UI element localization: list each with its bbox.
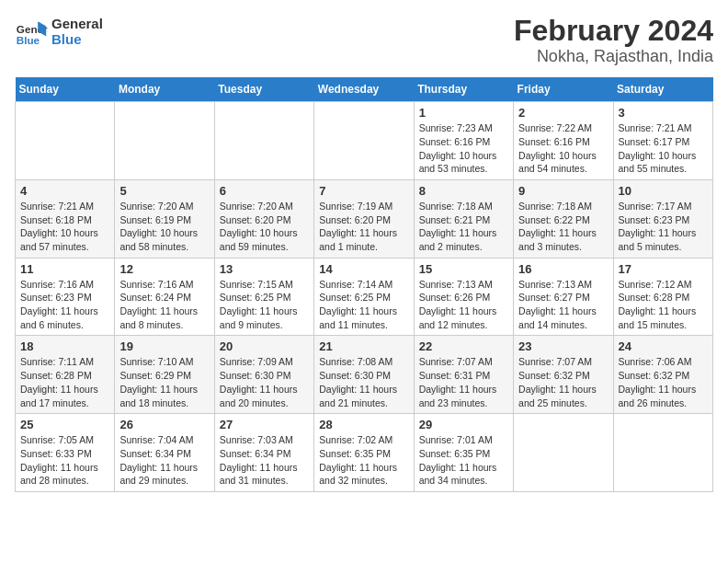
column-header-wednesday: Wednesday [314, 77, 414, 102]
day-number: 17 [619, 262, 708, 276]
day-info: Sunrise: 7:18 AM Sunset: 6:21 PM Dayligh… [419, 200, 508, 254]
day-info: Sunrise: 7:16 AM Sunset: 6:23 PM Dayligh… [20, 278, 109, 332]
calendar-cell [613, 414, 712, 492]
day-number: 12 [119, 262, 209, 276]
day-number: 10 [619, 184, 708, 198]
calendar-cell: 28Sunrise: 7:02 AM Sunset: 6:35 PM Dayli… [314, 414, 414, 492]
column-header-tuesday: Tuesday [214, 77, 313, 102]
calendar-cell: 15Sunrise: 7:13 AM Sunset: 6:26 PM Dayli… [414, 258, 513, 336]
day-number: 9 [518, 184, 608, 198]
day-number: 2 [518, 106, 608, 120]
day-number: 22 [419, 339, 508, 353]
svg-text:Blue: Blue [17, 34, 40, 46]
calendar-cell: 5Sunrise: 7:20 AM Sunset: 6:19 PM Daylig… [115, 179, 214, 258]
day-number: 8 [419, 184, 508, 198]
week-row-4: 18Sunrise: 7:11 AM Sunset: 6:28 PM Dayli… [16, 336, 713, 414]
calendar-cell: 16Sunrise: 7:13 AM Sunset: 6:27 PM Dayli… [514, 258, 613, 336]
logo-blue: Blue [51, 31, 103, 47]
day-number: 5 [119, 184, 209, 198]
day-info: Sunrise: 7:16 AM Sunset: 6:24 PM Dayligh… [119, 278, 209, 332]
calendar-cell: 27Sunrise: 7:03 AM Sunset: 6:34 PM Dayli… [214, 414, 313, 492]
calendar-cell: 17Sunrise: 7:12 AM Sunset: 6:28 PM Dayli… [613, 258, 712, 336]
calendar-cell: 7Sunrise: 7:19 AM Sunset: 6:20 PM Daylig… [314, 179, 414, 258]
column-header-sunday: Sunday [16, 77, 115, 102]
calendar-cell: 21Sunrise: 7:08 AM Sunset: 6:30 PM Dayli… [314, 336, 414, 414]
day-number: 26 [119, 418, 209, 431]
day-info: Sunrise: 7:13 AM Sunset: 6:26 PM Dayligh… [419, 278, 508, 332]
day-info: Sunrise: 7:05 AM Sunset: 6:33 PM Dayligh… [20, 433, 109, 488]
day-info: Sunrise: 7:22 AM Sunset: 6:16 PM Dayligh… [518, 121, 608, 176]
calendar-cell: 11Sunrise: 7:16 AM Sunset: 6:23 PM Dayli… [16, 258, 115, 336]
calendar-cell: 25Sunrise: 7:05 AM Sunset: 6:33 PM Dayli… [16, 414, 115, 492]
calendar-header-row: SundayMondayTuesdayWednesdayThursdayFrid… [16, 77, 713, 102]
day-info: Sunrise: 7:12 AM Sunset: 6:28 PM Dayligh… [619, 278, 708, 332]
week-row-3: 11Sunrise: 7:16 AM Sunset: 6:23 PM Dayli… [16, 258, 713, 336]
day-number: 16 [518, 262, 608, 276]
column-header-friday: Friday [514, 77, 613, 102]
column-header-saturday: Saturday [613, 77, 712, 102]
day-number: 29 [419, 418, 508, 431]
day-info: Sunrise: 7:23 AM Sunset: 6:16 PM Dayligh… [419, 121, 508, 176]
day-info: Sunrise: 7:17 AM Sunset: 6:23 PM Dayligh… [619, 200, 708, 254]
calendar-cell: 13Sunrise: 7:15 AM Sunset: 6:25 PM Dayli… [214, 258, 313, 336]
day-number: 21 [319, 339, 408, 353]
calendar-cell: 26Sunrise: 7:04 AM Sunset: 6:34 PM Dayli… [115, 414, 214, 492]
day-info: Sunrise: 7:11 AM Sunset: 6:28 PM Dayligh… [20, 355, 109, 409]
day-number: 25 [20, 418, 109, 431]
logo: General Blue General Blue [15, 15, 103, 48]
column-header-thursday: Thursday [414, 77, 513, 102]
day-number: 15 [419, 262, 508, 276]
calendar-body: 1Sunrise: 7:23 AM Sunset: 6:16 PM Daylig… [16, 102, 713, 492]
day-number: 24 [619, 339, 708, 353]
day-number: 27 [220, 418, 309, 431]
calendar-cell: 23Sunrise: 7:07 AM Sunset: 6:32 PM Dayli… [514, 336, 613, 414]
column-header-monday: Monday [115, 77, 214, 102]
day-info: Sunrise: 7:03 AM Sunset: 6:34 PM Dayligh… [220, 433, 309, 488]
title-area: February 2024 Nokha, Rajasthan, India [514, 15, 713, 66]
calendar-cell: 8Sunrise: 7:18 AM Sunset: 6:21 PM Daylig… [414, 179, 513, 258]
calendar-cell: 6Sunrise: 7:20 AM Sunset: 6:20 PM Daylig… [214, 179, 313, 258]
calendar-cell [16, 102, 115, 180]
calendar-cell [214, 102, 313, 180]
calendar-cell: 9Sunrise: 7:18 AM Sunset: 6:22 PM Daylig… [514, 179, 613, 258]
day-info: Sunrise: 7:20 AM Sunset: 6:20 PM Dayligh… [220, 200, 309, 254]
calendar-cell: 4Sunrise: 7:21 AM Sunset: 6:18 PM Daylig… [16, 179, 115, 258]
calendar-cell: 22Sunrise: 7:07 AM Sunset: 6:31 PM Dayli… [414, 336, 513, 414]
calendar-cell [514, 414, 613, 492]
day-info: Sunrise: 7:06 AM Sunset: 6:32 PM Dayligh… [619, 355, 708, 409]
day-info: Sunrise: 7:21 AM Sunset: 6:18 PM Dayligh… [20, 200, 109, 254]
calendar-cell: 10Sunrise: 7:17 AM Sunset: 6:23 PM Dayli… [613, 179, 712, 258]
calendar-cell: 1Sunrise: 7:23 AM Sunset: 6:16 PM Daylig… [414, 102, 513, 180]
day-number: 11 [20, 262, 109, 276]
calendar-cell: 24Sunrise: 7:06 AM Sunset: 6:32 PM Dayli… [613, 336, 712, 414]
calendar-cell: 2Sunrise: 7:22 AM Sunset: 6:16 PM Daylig… [514, 102, 613, 180]
day-number: 19 [119, 339, 209, 353]
day-number: 6 [220, 184, 309, 198]
calendar-cell: 12Sunrise: 7:16 AM Sunset: 6:24 PM Dayli… [115, 258, 214, 336]
day-info: Sunrise: 7:01 AM Sunset: 6:35 PM Dayligh… [419, 433, 508, 488]
day-info: Sunrise: 7:15 AM Sunset: 6:25 PM Dayligh… [220, 278, 309, 332]
logo-icon: General Blue [15, 15, 48, 48]
day-info: Sunrise: 7:08 AM Sunset: 6:30 PM Dayligh… [319, 355, 408, 409]
week-row-1: 1Sunrise: 7:23 AM Sunset: 6:16 PM Daylig… [16, 102, 713, 180]
day-info: Sunrise: 7:04 AM Sunset: 6:34 PM Dayligh… [119, 433, 209, 488]
logo-general: General [51, 16, 103, 31]
day-number: 3 [619, 106, 708, 120]
calendar-cell: 19Sunrise: 7:10 AM Sunset: 6:29 PM Dayli… [115, 336, 214, 414]
day-number: 14 [319, 262, 408, 276]
page-header: General Blue General Blue February 2024 … [15, 15, 713, 66]
calendar-cell [115, 102, 214, 180]
page-title: February 2024 [514, 15, 713, 47]
calendar-cell: 29Sunrise: 7:01 AM Sunset: 6:35 PM Dayli… [414, 414, 513, 492]
day-info: Sunrise: 7:21 AM Sunset: 6:17 PM Dayligh… [619, 121, 708, 176]
day-info: Sunrise: 7:10 AM Sunset: 6:29 PM Dayligh… [119, 355, 209, 409]
calendar-cell: 18Sunrise: 7:11 AM Sunset: 6:28 PM Dayli… [16, 336, 115, 414]
day-info: Sunrise: 7:20 AM Sunset: 6:19 PM Dayligh… [119, 200, 209, 254]
calendar-cell [314, 102, 414, 180]
day-info: Sunrise: 7:09 AM Sunset: 6:30 PM Dayligh… [220, 355, 309, 409]
day-info: Sunrise: 7:18 AM Sunset: 6:22 PM Dayligh… [518, 200, 608, 254]
day-info: Sunrise: 7:19 AM Sunset: 6:20 PM Dayligh… [319, 200, 408, 254]
day-number: 1 [419, 106, 508, 120]
day-info: Sunrise: 7:07 AM Sunset: 6:31 PM Dayligh… [419, 355, 508, 409]
day-info: Sunrise: 7:02 AM Sunset: 6:35 PM Dayligh… [319, 433, 408, 488]
